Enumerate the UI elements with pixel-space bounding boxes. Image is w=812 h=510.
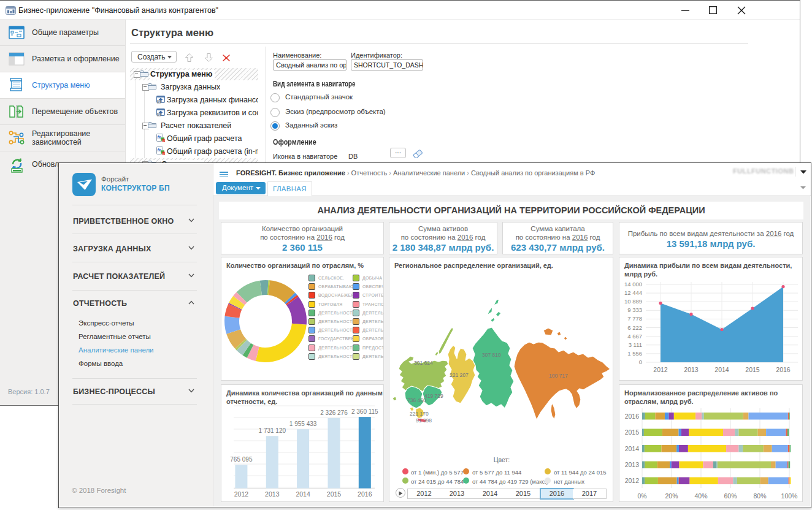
svg-text:0%: 0% <box>637 492 646 500</box>
svg-text:14 000: 14 000 <box>624 281 642 287</box>
svg-text:6 222: 6 222 <box>627 324 642 331</box>
svg-text:3 111: 3 111 <box>629 341 642 348</box>
svg-text:100%: 100% <box>781 492 798 500</box>
svg-text:2012: 2012 <box>234 490 249 498</box>
svg-text:1 556: 1 556 <box>627 350 642 357</box>
svg-text:2016: 2016 <box>625 413 640 420</box>
svg-text:221 207: 221 207 <box>450 372 469 378</box>
svg-text:0: 0 <box>639 359 642 365</box>
svg-text:736 460: 736 460 <box>407 397 426 403</box>
svg-text:12 444: 12 444 <box>624 289 642 296</box>
svg-text:2015: 2015 <box>745 366 760 373</box>
svg-text:419 729: 419 729 <box>424 393 443 399</box>
svg-text:80%: 80% <box>753 492 766 500</box>
svg-text:1 955 433: 1 955 433 <box>289 421 317 427</box>
svg-text:2016: 2016 <box>358 490 372 498</box>
svg-text:2014: 2014 <box>296 490 310 498</box>
svg-text:9 333: 9 333 <box>627 306 642 313</box>
svg-text:2 326 276: 2 326 276 <box>320 409 348 416</box>
svg-text:40%: 40% <box>694 492 707 500</box>
svg-text:2 360 115: 2 360 115 <box>351 408 378 415</box>
svg-text:2014: 2014 <box>714 366 729 373</box>
svg-text:765 095: 765 095 <box>230 456 253 463</box>
svg-text:2013: 2013 <box>684 366 699 373</box>
svg-text:10 889: 10 889 <box>624 298 642 305</box>
svg-text:2013: 2013 <box>265 490 280 498</box>
svg-text:2012: 2012 <box>625 477 640 484</box>
svg-text:7 778: 7 778 <box>627 315 642 322</box>
svg-text:51 398: 51 398 <box>416 417 432 424</box>
svg-text:2016: 2016 <box>776 366 791 373</box>
svg-text:301 624: 301 624 <box>414 360 433 366</box>
svg-text:60%: 60% <box>724 492 737 500</box>
svg-text:20%: 20% <box>665 492 678 500</box>
svg-text:307 810: 307 810 <box>482 352 501 358</box>
svg-text:4 667: 4 667 <box>627 333 642 340</box>
svg-text:221 170: 221 170 <box>410 411 429 417</box>
svg-text:2012: 2012 <box>653 366 668 373</box>
svg-text:100 717: 100 717 <box>549 373 568 379</box>
svg-text:2015: 2015 <box>625 428 640 436</box>
svg-text:1 731 120: 1 731 120 <box>259 427 286 434</box>
svg-text:2015: 2015 <box>327 490 342 498</box>
svg-text:2014: 2014 <box>625 445 640 452</box>
svg-text:2013: 2013 <box>625 461 640 468</box>
